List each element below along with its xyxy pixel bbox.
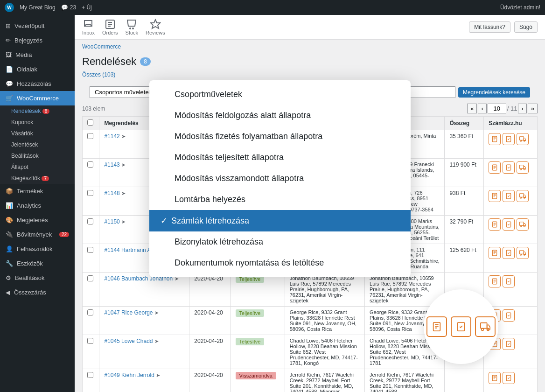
col-szamlazz[interactable]: Számlázz.hu: [484, 117, 538, 130]
dropdown-item-modositas-fizetes[interactable]: Módosítás fizetés folyamatban állapotra: [149, 126, 411, 147]
sidebar-sub-jelentesek[interactable]: Jelentések: [0, 139, 75, 150]
sidebar-item-megjelenes[interactable]: 🎨 Megjelenés: [0, 213, 75, 227]
invoice-action-icon[interactable]: [489, 190, 501, 202]
sidebar-item-hozzaszolas[interactable]: 💬 Hozzászólás: [0, 77, 75, 91]
dropdown-item-szamlak-letrehozasa[interactable]: ✓ Számlák létrehozása: [149, 210, 411, 231]
col-amount[interactable]: Összeg: [445, 117, 484, 130]
sidebar-sub-vasarlok[interactable]: Vásárlók: [0, 128, 75, 139]
mit-lassunk-button[interactable]: Mit lássunk?: [469, 21, 510, 33]
page-last-btn[interactable]: »: [528, 104, 538, 113]
row-checkbox[interactable]: [83, 244, 99, 273]
col-checkbox: [83, 117, 99, 130]
truck-action-icon[interactable]: [517, 133, 529, 145]
top-bar: Inbox Orders Stock Reviews Mit lássunk? …: [75, 15, 545, 40]
row-checkbox[interactable]: [83, 216, 99, 244]
svg-point-27: [520, 254, 522, 255]
sidebar-item-analytics[interactable]: 📊 Analytics: [0, 198, 75, 213]
inbox-icon-btn[interactable]: Inbox: [82, 19, 95, 35]
row-checkbox[interactable]: [83, 273, 99, 307]
download-action-icon[interactable]: [503, 309, 515, 322]
dropdown-item-dokumentumok-nyomtatasa[interactable]: Dokumentumok nyomtatása és letöltése: [149, 252, 411, 273]
filter-bar: Összes (103): [75, 68, 545, 82]
invoice-action-icon[interactable]: [489, 161, 501, 174]
svg-point-2: [133, 28, 133, 29]
sidebar-item-termekek[interactable]: 📦 Termékek: [0, 184, 75, 198]
sidebar-sub-allapot[interactable]: Állapot: [0, 161, 75, 173]
sidebar-item-osszezaras[interactable]: ◀ Összezárás: [0, 285, 75, 300]
reviews-icon-btn[interactable]: Reviews: [146, 19, 165, 35]
invoice-action-icon[interactable]: [489, 133, 501, 145]
dropdown-item-bizonylatok-letrehozasa[interactable]: Bizonylatok létrehozása: [149, 231, 411, 252]
sidebar-item-bejegyzes[interactable]: ✏ Bejegyzés: [0, 33, 75, 48]
row-billing: Jonathon Baumbach, 10659 Luis Rue, 57892…: [285, 273, 364, 307]
sidebar-item-oldalak[interactable]: 📄 Oldalak: [0, 62, 75, 77]
row-checkbox[interactable]: [83, 159, 99, 187]
row-order-id[interactable]: #1046 Baumbach Jonathon ➤: [99, 273, 189, 307]
download-action-icon[interactable]: [503, 161, 515, 174]
row-checkbox[interactable]: [83, 369, 99, 392]
download-action-icon[interactable]: [503, 190, 515, 202]
row-checkbox[interactable]: [83, 307, 99, 335]
download-action-icon[interactable]: [503, 372, 515, 384]
download-action-icon[interactable]: [503, 247, 515, 259]
page-next-btn[interactable]: ›: [518, 104, 526, 113]
page-input[interactable]: [488, 104, 506, 113]
sidebar-sub-beallitasok[interactable]: Beállítások: [0, 150, 75, 161]
row-order-id[interactable]: #1049 Kiehn Jerrold ➤: [99, 369, 189, 392]
admin-bar-comments[interactable]: 💬 23: [61, 4, 76, 11]
truck-action-icon[interactable]: [517, 247, 529, 259]
dropdown-item-lomtarba[interactable]: Lomtárba helyezés: [149, 189, 411, 210]
dropdown-item-modositas-teljesitett[interactable]: Módosítás teljesített állapotra: [149, 147, 411, 168]
sidebar-item-woocommerce[interactable]: 🛒 WooCommerce: [0, 91, 75, 105]
filter-all-link[interactable]: Összes (103): [82, 71, 115, 78]
select-all-checkbox[interactable]: [87, 119, 93, 126]
page-first-btn[interactable]: «: [467, 104, 477, 113]
dropdown-item-csoportmuveletek[interactable]: Csoportműveletek: [149, 84, 411, 105]
circle-icon-receipt[interactable]: [451, 316, 471, 337]
sidebar-sub-rendelesek[interactable]: Rendelések 8: [0, 105, 75, 117]
dropdown-item-modositas-feldolgozas[interactable]: Módosítás feldolgozás alatt állapotra: [149, 105, 411, 126]
page-prev-btn[interactable]: ‹: [478, 104, 486, 113]
sugo-button[interactable]: Súgó: [514, 21, 538, 33]
download-action-icon[interactable]: [503, 275, 515, 287]
truck-action-icon[interactable]: [517, 161, 529, 174]
sidebar-sub-kiegeszitok[interactable]: Kiegészítők 7: [0, 173, 75, 184]
invoice-action-icon[interactable]: [489, 275, 501, 287]
sidebar-item-beallitasok2[interactable]: ⚙ Beállítások: [0, 271, 75, 285]
sidebar-sub-kuponok[interactable]: Kuponok: [0, 117, 75, 128]
breadcrumb-link[interactable]: WooCommerce: [82, 43, 121, 50]
download-action-icon[interactable]: [503, 218, 515, 231]
row-checkbox[interactable]: [83, 130, 99, 159]
admin-bar-new[interactable]: + Új: [82, 4, 92, 11]
row-order-id[interactable]: #1047 Rice George ➤: [99, 307, 189, 335]
row-checkbox[interactable]: [83, 335, 99, 369]
sidebar-item-felhasznalok[interactable]: 👤 Felhasználók: [0, 242, 75, 256]
sidebar-item-eszkozok[interactable]: 🔧 Eszközök: [0, 256, 75, 271]
download-action-icon[interactable]: [503, 133, 515, 145]
comments-icon: 💬: [6, 80, 13, 87]
stock-icon-btn[interactable]: Stock: [126, 19, 139, 35]
invoice-action-icon[interactable]: [489, 372, 501, 384]
sidebar-item-media[interactable]: 🖼 Média: [0, 48, 75, 62]
orders-icon-btn[interactable]: Orders: [102, 19, 118, 35]
row-order-id[interactable]: #1045 Lowe Chadd ➤: [99, 335, 189, 369]
admin-bar-site[interactable]: My Great Blog: [20, 4, 56, 11]
dropdown-item-modositas-visszamondott[interactable]: Módosítás visszamondott állapotra: [149, 168, 411, 189]
row-amount: [445, 369, 484, 392]
invoice-action-icon[interactable]: [489, 247, 501, 259]
orders-label: Orders: [102, 30, 118, 35]
truck-action-icon[interactable]: [517, 190, 529, 202]
sidebar-item-vezerlop[interactable]: ⊞ Vezérlőpult: [0, 19, 75, 33]
invoice-action-icon[interactable]: [489, 218, 501, 231]
search-button[interactable]: Megrendelések keresése: [458, 87, 530, 98]
elem-count: 103 elem: [82, 105, 105, 112]
svg-rect-26: [520, 251, 524, 254]
circle-icon-shipping[interactable]: [475, 316, 496, 337]
circle-icon-invoice[interactable]: [426, 316, 447, 337]
download-action-icon[interactable]: [503, 338, 515, 350]
row-actions: [484, 130, 538, 159]
row-checkbox[interactable]: [83, 187, 99, 216]
wp-logo-icon[interactable]: W: [5, 3, 14, 12]
truck-action-icon[interactable]: [517, 218, 529, 231]
sidebar-item-bovitmenyek[interactable]: 🔌 Bővítmények 22: [0, 227, 75, 242]
